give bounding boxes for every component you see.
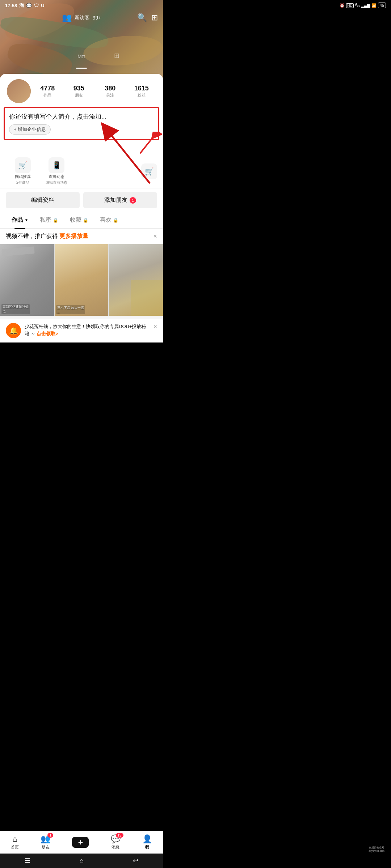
tab-likes-label: 喜欢 [100,216,112,224]
video-grid: 高新区仿建筑神仙位 三小下后·放大一运... [0,244,163,316]
buttons-row: 编辑资料 添加朋友 1 [0,188,163,212]
promo-text: 视频不错，推广获得 [6,233,58,239]
bottom-spacer [0,342,163,386]
dropdown-icon: ▼ [25,218,28,222]
add-friend-label: 添加朋友 [104,196,127,204]
promo-text-container: 视频不错，推广获得 更多播放量 [6,233,88,240]
video-thumb-1[interactable]: 高新区仿建筑神仙位 [0,244,54,316]
works-label: 作品 [43,93,51,98]
video-thumb-3[interactable] [109,244,163,316]
video-thumb-3-inner [109,244,163,316]
bio-placeholder: 你还没有填写个人简介，点击添加... [9,112,154,121]
live-sublabel: 编辑直播动态 [46,180,67,185]
followers-count: 1615 [134,85,149,92]
time-display: 17:58 [5,3,17,8]
cover-grid-icon: ⊞ [114,52,119,60]
stats-row: 4778 作品 935 朋友 380 关注 1615 粉丝 [0,74,163,107]
dou-text-container: 少花冤枉钱，放大你的生意！快领取你的专属DOU+投放秘籍 ～ 点击领取> [25,323,147,337]
live-icon: 📱 [49,157,64,173]
dou-banner: 🔔 少花冤枉钱，放大你的生意！快领取你的专属DOU+投放秘籍 ～ 点击领取> × [0,316,163,342]
tab-works[interactable]: 作品 ▼ [6,212,34,228]
action-icons-row: 🛒 囤鸡推荐 2件商品 📱 直播动态 编辑直播动态 🛒 [0,154,163,188]
tunjidui-icon: 🛒 [15,157,31,173]
video-label-1: 高新区仿建筑神仙位 [1,304,30,314]
app-icon-shield: 🛡 [34,3,39,8]
private-lock-icon: 🔒 [53,218,58,223]
followers-label: 粉丝 [138,93,146,98]
stat-works[interactable]: 4778 作品 [32,85,63,98]
tunjidui-sublabel: 2件商品 [16,180,29,185]
promo-banner: 视频不错，推广获得 更多播放量 × [0,229,163,244]
video-thumb-1-inner: 高新区仿建筑神仙位 [0,244,54,316]
search-icon[interactable]: 🔍 [137,13,147,22]
arrow-spacer [6,144,157,154]
stat-following[interactable]: 380 关注 [94,85,126,98]
friend-badge: 1 [130,197,136,204]
video-label-2: 三小下后·放大一运... [56,305,85,314]
visitors-count: 99+ [93,15,101,21]
tab-favorites[interactable]: 收藏 🔒 [64,212,94,228]
profile-card: 4778 作品 935 朋友 380 关注 1615 粉丝 你还没有填写个人简介… [0,74,163,229]
stat-friends[interactable]: 935 朋友 [63,85,95,98]
edit-profile-button[interactable]: 编辑资料 [6,192,80,208]
tab-works-label: 作品 [12,216,23,224]
add-company-button[interactable]: + 增加企业信息 [9,124,51,135]
tab-favorites-label: 收藏 [70,216,81,224]
live-label: 直播动态 [49,174,64,179]
tab-private[interactable]: 私密 🔒 [34,212,64,228]
visitors-icon: 👥 [62,13,72,22]
video-thumb-2[interactable]: 三小下后·放大一运... [55,244,109,316]
tabs-row: 作品 ▼ 私密 🔒 收藏 🔒 喜欢 🔒 [0,212,163,229]
bio-section[interactable]: 你还没有填写个人简介，点击添加... + 增加企业信息 [4,107,159,140]
cart-button[interactable]: 🛒 [141,163,157,179]
dou-close-button[interactable]: × [153,323,157,331]
works-count: 4778 [40,85,55,92]
promo-close-button[interactable]: × [153,233,157,240]
app-icon-tao: 淘 [19,2,24,9]
tunjidui-label: 囤鸡推荐 [15,174,31,179]
status-bar: 17:58 淘 💬 🛡 U ⏰ HD 6G ▂▄▆ 📶 45 [0,0,163,11]
favorites-lock-icon: 🔒 [83,218,88,223]
stat-followers[interactable]: 1615 粉丝 [126,85,157,98]
status-left: 17:58 淘 💬 🛡 U [5,2,45,9]
friends-count: 935 [73,85,84,92]
following-count: 380 [105,85,115,92]
dou-link[interactable]: 点击领取> [37,331,58,336]
video-thumb-2-inner: 三小下后·放大一运... [55,244,109,316]
cover-top-right: 🔍 ⊞ [137,13,158,22]
following-label: 关注 [106,93,114,98]
dou-notification-icon: 🔔 [6,323,21,338]
menu-icon[interactable]: ⊞ [151,13,158,22]
app-icon-u: U [41,3,44,8]
live-action[interactable]: 📱 直播动态 编辑直播动态 [40,157,74,185]
add-friend-button[interactable]: 添加朋友 1 [83,192,157,208]
likes-lock-icon: 🔒 [113,218,118,223]
cover-bottom-controls [76,68,87,69]
friends-label: 朋友 [75,93,83,98]
tab-private-label: 私密 [40,216,51,224]
tunjidui-action[interactable]: 🛒 囤鸡推荐 2件商品 [6,157,40,185]
avatar[interactable] [6,78,32,104]
promo-link[interactable]: 更多播放量 [59,233,88,239]
cover-center-icon: Mπ [77,53,85,60]
cover-area: 👥 新访客 99+ 🔍 ⊞ Mπ ⊞ [0,0,163,80]
app-icon-msg: 💬 [26,3,32,8]
visitors-label: 新访客 [75,14,90,21]
tab-likes[interactable]: 喜欢 🔒 [94,212,124,228]
